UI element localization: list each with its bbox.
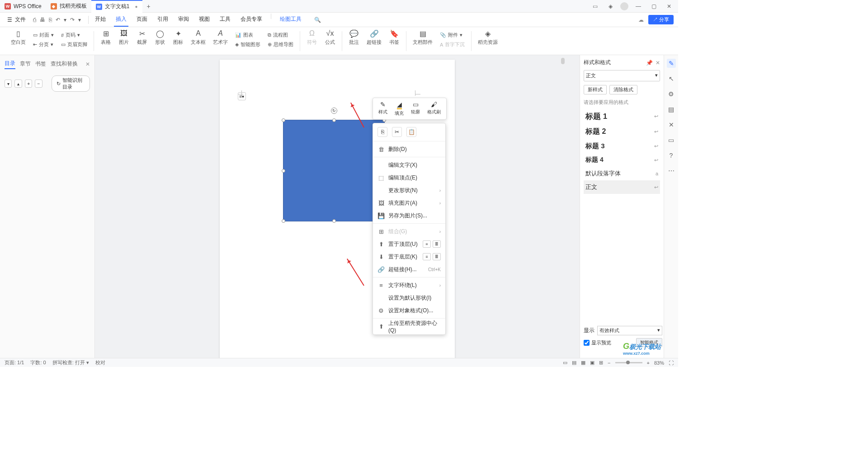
resize-handle-nw[interactable] [282,118,285,122]
float-style-button[interactable]: ✎样式 [375,100,391,118]
nav-down-button[interactable]: ▾ [5,80,12,88]
status-proofread[interactable]: 校对 [95,359,105,366]
tab-drawing-tools[interactable]: 绘图工具 [278,13,303,27]
rotate-handle[interactable]: ↻ [331,108,337,114]
resource-button[interactable]: ◈稻壳资源 [475,27,500,47]
ctx-edit-text[interactable]: 编辑文字(X) [373,159,445,171]
align-icon-2[interactable]: ≣ [433,240,441,248]
ctx-fill-picture[interactable]: 🖼填充图片(A)› [373,197,445,209]
ctx-save-as-picture[interactable]: 💾另存为图片(S)... [373,209,445,222]
view-mode-1-icon[interactable]: ▭ [563,360,567,366]
ctx-upload-resource[interactable]: ⬆上传至稻壳资源中心(Q) [373,320,445,333]
equation-button[interactable]: √x公式 [322,27,338,47]
page-break-button[interactable]: ⇤分页▾ [30,40,57,49]
style-heading-1[interactable]: 标题 1↩ [584,108,660,124]
ctx-set-default[interactable]: 设置为默认形状(I) [373,291,445,304]
panel-close-icon[interactable]: ✕ [656,60,660,66]
nav-plus-button[interactable]: + [25,80,32,88]
ctx-format-object[interactable]: ⚙设置对象格式(O)... [373,304,445,317]
view-mode-5-icon[interactable]: ⊞ [599,360,603,366]
preview-checkbox[interactable]: 显示预览 [584,338,611,347]
hyperlink-button[interactable]: 🔗超链接 [364,27,384,47]
add-tab-button[interactable]: + [142,3,155,10]
tab-reference[interactable]: 引用 [156,13,170,27]
ctx-send-back[interactable]: ⬇置于底层(K)≡≣ [373,250,445,263]
current-style-select[interactable]: 正文▾ [584,70,660,81]
minimize-icon[interactable]: — [633,1,644,12]
reading-mode-icon[interactable]: ▭ [590,1,600,12]
smartart-button[interactable]: ◈智能图形 [232,40,263,49]
zoom-out-button[interactable]: − [608,360,610,366]
fr-styles-icon[interactable]: ✎ [667,59,676,68]
tab-wps-office[interactable]: W WPS Office [0,0,46,13]
redo-icon[interactable]: ↷ [70,17,75,23]
style-heading-2[interactable]: 标题 2↩ [584,124,660,139]
tab-review[interactable]: 审阅 [176,13,191,27]
textbox-button[interactable]: A文本框 [188,27,208,47]
tab-page[interactable]: 页面 [135,13,149,27]
close-tab-icon[interactable]: ● [135,4,137,9]
fr-layers-icon[interactable]: ▤ [667,105,676,114]
show-filter-select[interactable]: 有效样式▾ [597,326,662,335]
nav-tab-chapters[interactable]: 章节 [20,59,31,69]
cover-button[interactable]: ▭封面▾ [30,31,57,39]
status-page[interactable]: 页面: 1/1 [5,359,24,366]
resize-handle-sw[interactable] [282,219,285,223]
dropcap-button[interactable]: A首字下沉 [437,40,467,49]
cube-icon[interactable]: ◈ [605,1,616,12]
fr-select-icon[interactable]: ↖ [667,74,676,83]
nav-tab-find-replace[interactable]: 查找和替换 [51,59,78,69]
ctx-bring-front[interactable]: ⬆置于顶层(U)≡≣ [373,238,445,250]
file-menu[interactable]: ☰ 文件 [5,16,28,24]
comment-button[interactable]: 💬批注 [346,27,362,47]
tab-member[interactable]: 会员专享 [239,13,264,27]
search-icon[interactable]: 🔍 [314,17,321,23]
nav-tab-bookmarks[interactable]: 书签 [35,59,46,69]
pin-icon[interactable]: 📌 [646,60,653,66]
symbol-button[interactable]: Ω符号 [304,27,320,47]
paragraph-options-icon[interactable]: ≡▾ [238,92,246,100]
tab-tools[interactable]: 工具 [218,13,232,27]
ctx-hyperlink[interactable]: 🔗超链接(H)...Ctrl+K [373,263,445,276]
tab-insert[interactable]: 插入 [114,13,128,27]
screenshot-button[interactable]: ✂截屏 [134,27,150,47]
ctx-delete[interactable]: 🗑删除(D) [373,143,445,155]
nav-tab-toc[interactable]: 目录 [5,59,15,69]
align-icon-1[interactable]: ≡ [423,240,431,248]
cut-button[interactable]: ✂ [392,127,402,137]
flowchart-button[interactable]: ⧉流程图 [265,31,296,39]
doc-parts-button[interactable]: ▤文档部件 [410,27,435,47]
float-outline-button[interactable]: ▭轮廓 [407,100,424,118]
maximize-icon[interactable]: ▢ [648,1,659,12]
tab-template[interactable]: ◆ 找稻壳模板 [46,0,91,13]
resize-handle-n[interactable] [332,118,336,122]
fr-more-icon[interactable]: ⋯ [667,166,676,175]
blank-page-button[interactable]: ▯空白页 [8,27,28,47]
nav-minus-button[interactable]: − [35,80,42,88]
fr-book-icon[interactable]: ▭ [667,136,676,145]
zoom-slider[interactable] [615,362,642,363]
style-heading-3[interactable]: 标题 3↩ [584,139,660,153]
resize-handle-w[interactable] [282,169,285,173]
nav-close-icon[interactable]: ✕ [85,61,90,67]
paste-button[interactable]: 📋 [406,127,416,137]
status-words[interactable]: 字数: 0 [30,359,46,366]
chart-button[interactable]: 📊图表 [232,31,263,39]
resize-handle-s[interactable] [332,219,336,223]
status-spell[interactable]: 拼写检查: 打开 ▾ [52,359,89,366]
icon-button[interactable]: ✦图标 [170,27,186,47]
tab-start[interactable]: 开始 [93,13,108,27]
print-preview-icon[interactable]: ⎘ [49,17,52,23]
zoom-value[interactable]: 83% [654,360,664,366]
share-button[interactable]: ↗ 分享 [648,15,674,24]
view-mode-3-icon[interactable]: ▦ [581,360,585,366]
undo-icon[interactable]: ↶ [56,17,60,23]
scroll-up-track[interactable] [561,58,565,64]
print-icon[interactable]: 🖶 [40,17,45,23]
table-button[interactable]: ⊞表格 [98,27,114,47]
smart-toc-button[interactable]: ↻智能识别目录 [52,75,90,92]
cloud-icon[interactable]: ☁ [638,17,644,23]
picture-button[interactable]: 🖼图片 [116,27,132,47]
clear-format-button[interactable]: 清除格式 [609,85,637,94]
tab-view[interactable]: 视图 [197,13,212,27]
